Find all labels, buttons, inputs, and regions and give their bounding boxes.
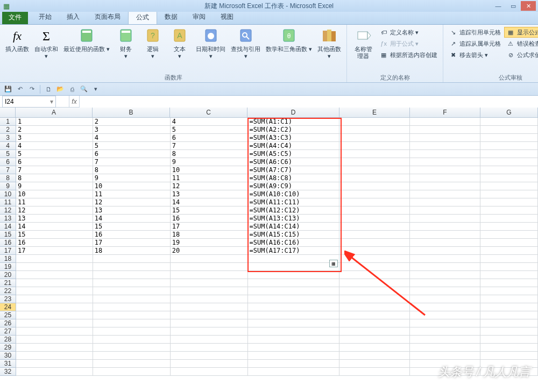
cell[interactable] [16, 352, 93, 360]
column-header-B[interactable]: B [93, 108, 170, 117]
cell[interactable] [171, 311, 248, 319]
cell[interactable] [480, 158, 538, 166]
cell[interactable] [248, 311, 340, 319]
create-from-selection-button[interactable]: ▦根据所选内容创建 [377, 49, 440, 60]
cell[interactable] [171, 368, 248, 376]
cell[interactable] [480, 118, 538, 126]
formula-input[interactable] [80, 96, 538, 108]
cell[interactable] [171, 287, 248, 295]
column-header-D[interactable]: D [247, 108, 339, 117]
cell[interactable] [171, 255, 248, 263]
show-formulas-button[interactable]: ▦显示公式 [504, 27, 538, 38]
cell[interactable] [480, 231, 538, 239]
row-header[interactable]: 24 [0, 303, 16, 311]
cell[interactable] [480, 198, 538, 206]
cell[interactable] [410, 182, 480, 190]
row-header[interactable]: 16 [0, 239, 16, 247]
cell[interactable]: 12 [171, 182, 248, 190]
cell[interactable]: 18 [93, 247, 171, 255]
qat-new-button[interactable]: 🗋 [44, 84, 53, 94]
cell[interactable] [16, 360, 93, 368]
cell[interactable] [16, 279, 93, 287]
tab-页面布局[interactable]: 页面布局 [87, 10, 128, 24]
cell[interactable]: =SUM(A9:C9) [248, 182, 340, 190]
cell[interactable] [171, 303, 248, 311]
cell[interactable]: 14 [16, 223, 93, 231]
cell[interactable] [410, 352, 480, 360]
cell[interactable]: 4 [171, 118, 248, 126]
cell[interactable] [248, 344, 340, 352]
row-header[interactable]: 5 [0, 150, 16, 158]
cell[interactable]: 13 [171, 190, 248, 198]
cell[interactable]: 17 [93, 239, 171, 247]
cell[interactable]: 15 [16, 231, 93, 239]
financial-button[interactable]: 财务▾ [113, 26, 139, 60]
name-manager-button[interactable]: 名称管理器 [350, 26, 376, 60]
cell[interactable] [410, 174, 480, 182]
cell[interactable] [16, 327, 93, 336]
cell[interactable] [248, 352, 340, 360]
cell[interactable] [171, 271, 248, 279]
cell[interactable]: 13 [16, 215, 93, 223]
recently-used-button[interactable]: 最近使用的函数 ▾ [61, 26, 112, 53]
cell[interactable] [93, 327, 171, 336]
row-header[interactable]: 27 [0, 327, 16, 336]
cell[interactable] [339, 368, 410, 376]
error-checking-button[interactable]: ⚠错误检查 ▾ [504, 38, 538, 49]
row-header[interactable]: 1 [0, 118, 16, 126]
cell[interactable] [93, 255, 171, 263]
cell[interactable] [410, 150, 480, 158]
cell[interactable]: 16 [171, 215, 248, 223]
cell[interactable] [339, 360, 410, 368]
cell[interactable] [248, 287, 340, 295]
cell[interactable]: 2 [93, 118, 171, 126]
cell[interactable]: 14 [171, 198, 248, 206]
cell[interactable] [410, 311, 480, 319]
cell[interactable] [410, 263, 480, 271]
cell[interactable]: 2 [16, 126, 93, 134]
row-header[interactable]: 12 [0, 206, 16, 215]
cell[interactable] [339, 198, 410, 206]
cell[interactable] [410, 118, 480, 126]
text-button[interactable]: A 文本▾ [167, 26, 193, 60]
cell[interactable] [339, 150, 410, 158]
cell[interactable] [93, 303, 171, 311]
cell[interactable]: =SUM(A6:C6) [248, 158, 340, 166]
cell[interactable]: 3 [93, 126, 171, 134]
row-header[interactable]: 26 [0, 319, 16, 327]
column-header-F[interactable]: F [410, 108, 480, 117]
cell[interactable] [480, 344, 538, 352]
tab-file[interactable]: 文件 [2, 11, 28, 24]
cell[interactable] [93, 295, 171, 303]
cell[interactable] [339, 158, 410, 166]
row-header[interactable]: 15 [0, 231, 16, 239]
cell[interactable] [171, 295, 248, 303]
cell[interactable]: =SUM(A2:C2) [248, 126, 340, 134]
cell[interactable] [410, 166, 480, 174]
row-header[interactable]: 8 [0, 174, 16, 182]
cell[interactable] [248, 255, 340, 263]
qat-save-button[interactable]: 💾 [3, 84, 13, 94]
row-header[interactable]: 25 [0, 311, 16, 319]
cell[interactable] [480, 255, 538, 263]
cell[interactable]: 7 [171, 142, 248, 150]
cell[interactable]: =SUM(A16:C16) [248, 239, 340, 247]
cell[interactable] [339, 287, 410, 295]
fx-icon[interactable]: fx [69, 96, 80, 108]
cell[interactable] [339, 327, 410, 336]
row-header[interactable]: 6 [0, 158, 16, 166]
cell[interactable] [339, 303, 410, 311]
row-header[interactable]: 10 [0, 190, 16, 198]
cell[interactable] [16, 255, 93, 263]
cell[interactable] [410, 327, 480, 336]
cell[interactable] [410, 255, 480, 263]
cell[interactable]: 5 [171, 126, 248, 134]
cell[interactable] [248, 336, 340, 344]
row-header[interactable]: 19 [0, 263, 16, 271]
cell[interactable]: 17 [171, 223, 248, 231]
use-in-formula-button[interactable]: ƒx用于公式 ▾ [377, 38, 440, 49]
cell[interactable] [16, 319, 93, 327]
cell[interactable] [248, 303, 340, 311]
maximize-button[interactable]: ▭ [506, 1, 521, 11]
cell[interactable]: =SUM(A17:C17) [248, 247, 340, 255]
